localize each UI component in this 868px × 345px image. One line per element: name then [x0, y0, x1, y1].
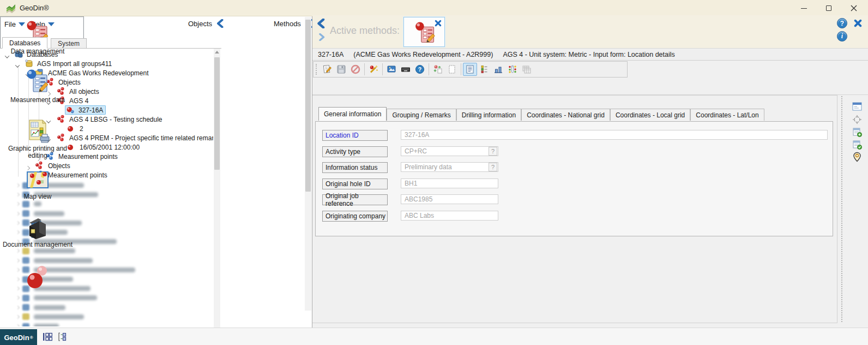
form-toolbar: ? [313, 61, 628, 78]
close-icon [851, 5, 857, 11]
tree-item-label: 327-16A [77, 106, 105, 115]
wizard-button[interactable] [366, 63, 381, 76]
form-view-button[interactable] [463, 63, 477, 76]
image-button[interactable] [384, 63, 399, 76]
tree-row-redacted[interactable] [0, 313, 84, 321]
tab-coordinates-local-grid[interactable]: Coordinates - Local grid [610, 109, 690, 121]
objects-header-label: Objects [188, 20, 212, 28]
active-methods-label: Active methods: [330, 25, 400, 37]
cancel-icon [351, 64, 360, 74]
minimize-button[interactable] [791, 0, 816, 16]
objects-panel: File Help Objects Methods Databases Syst… [0, 16, 312, 328]
info-button[interactable]: i [837, 31, 847, 41]
new-page-button[interactable] [445, 63, 459, 76]
tree-row-redacted[interactable] [0, 322, 59, 326]
scroll-up-arrow[interactable] [214, 49, 220, 55]
tree-scrollbar[interactable] [214, 49, 220, 342]
original-hole-id-field[interactable]: BH1 [401, 179, 498, 188]
tab-view: General information Grouping / Remarks D… [312, 95, 837, 323]
layout-panels-button[interactable] [41, 331, 53, 342]
panel-options-button[interactable] [57, 331, 69, 342]
tab-grouping-remarks[interactable]: Grouping / Remarks [387, 109, 456, 121]
tab-general-information[interactable]: General information [318, 107, 387, 121]
method-item-map-view[interactable]: Map view [0, 169, 75, 200]
tab-drilling-information[interactable]: Drilling information [456, 109, 521, 121]
tree-row-redacted[interactable] [0, 304, 65, 312]
field-value: Preliminary data [405, 163, 452, 171]
scrollbar-thumb[interactable] [214, 57, 220, 170]
method-item-graphic-printing[interactable]: Graphic printing and editing [0, 118, 75, 159]
tree-item-327-16a[interactable]: 327-16A [0, 105, 105, 115]
field-value: BH1 [405, 180, 417, 187]
form-window-button[interactable] [851, 100, 864, 112]
edit-icon [322, 64, 332, 74]
chevron-expanded-icon[interactable] [15, 63, 20, 67]
project-reference-text: (ACME Gas Works Redevelopment - A2R999) [353, 51, 493, 58]
tab-coordinates-lat-lon[interactable]: Coordinates - Lat/Lon [690, 109, 764, 121]
method-item-document-management[interactable]: Document management [0, 215, 75, 248]
form-context-text: AGS 4 - Unit system: Metric - Input form… [503, 51, 674, 58]
geodin-brand-badge: GeoDin® [0, 329, 37, 345]
activity-type-field[interactable]: CP+RC ? [401, 146, 498, 156]
tree-item-ags-import[interactable]: AGS Import all groups411 [0, 59, 113, 68]
sample-view-button[interactable] [505, 63, 520, 76]
lookup-help-button[interactable]: ? [489, 163, 497, 171]
toolbar-separator [461, 63, 461, 75]
lookup-help-button[interactable]: ? [489, 147, 497, 156]
close-methods-icon[interactable] [854, 19, 862, 27]
active-method-tab-data-management[interactable] [403, 17, 445, 47]
information-status-field[interactable]: Preliminary data ? [401, 162, 498, 172]
edit-button[interactable] [320, 63, 334, 76]
original-job-reference-field[interactable]: ABC1985 [401, 194, 498, 204]
toolbar-help-button[interactable]: ? [413, 63, 427, 76]
status-bar: GeoDin® [0, 328, 868, 345]
keyboard-button[interactable] [399, 63, 413, 76]
locate-object-button[interactable] [851, 114, 864, 126]
maximize-button[interactable] [816, 0, 841, 16]
originating-company-field[interactable]: ABC Labs [401, 211, 498, 221]
tree-row-redacted[interactable] [0, 200, 41, 208]
chevron-collapsed-icon [16, 249, 20, 253]
location-object-icon [66, 106, 75, 115]
close-tab-icon[interactable] [435, 20, 442, 27]
keyboard-icon [401, 64, 411, 74]
field-value: 327-16A [405, 131, 429, 139]
tab-coordinates-national-grid[interactable]: Coordinates - National grid [521, 109, 610, 121]
collapse-left-icon[interactable] [216, 19, 224, 28]
table-view-button[interactable] [520, 63, 534, 76]
method-item-measurement-data[interactable]: Measurement data [0, 69, 75, 104]
objects-panel-header: Objects [188, 18, 224, 29]
collapse-left-icon[interactable] [317, 19, 325, 28]
close-button[interactable] [841, 0, 866, 16]
chart-view-button[interactable] [491, 63, 505, 76]
chevron-collapsed-icon [16, 306, 20, 310]
field-label-original-job-reference: Original job reference [322, 194, 388, 205]
database-icon [22, 248, 29, 254]
scrollbar-thumb[interactable] [305, 20, 311, 192]
location-id-field[interactable]: 327-16A [401, 130, 828, 140]
method-item-label: Map view [24, 193, 52, 200]
tab-databases[interactable]: Databases [2, 37, 47, 49]
expand-right-icon[interactable] [318, 33, 325, 41]
splitter-handle[interactable] [841, 96, 843, 322]
toolbar-separator [382, 63, 383, 75]
tables-icon [522, 64, 532, 74]
tree-item-label: AGS 4 PREM - Project specific time relat… [68, 134, 213, 142]
validate-record-button[interactable] [851, 139, 864, 151]
help-button[interactable]: ? [837, 18, 847, 28]
transfer-button[interactable] [431, 63, 445, 76]
methods-scrollbar[interactable] [305, 17, 311, 311]
cancel-button[interactable] [348, 63, 363, 76]
toolbar-zone: ? [312, 61, 868, 95]
tree-row-redacted[interactable] [0, 294, 97, 302]
svg-text:?: ? [418, 66, 421, 73]
map-pin-button[interactable] [851, 151, 864, 163]
list-view-button[interactable] [477, 63, 491, 76]
side-toolbar [847, 95, 868, 323]
toolbar-grip[interactable] [316, 64, 317, 75]
active-methods-bar: Active methods: ? i [312, 15, 868, 48]
tree-item-label: AGS Import all groups411 [35, 60, 113, 68]
method-item-partial[interactable] [0, 263, 75, 295]
save-button[interactable] [334, 63, 348, 76]
add-record-button[interactable] [851, 126, 864, 138]
